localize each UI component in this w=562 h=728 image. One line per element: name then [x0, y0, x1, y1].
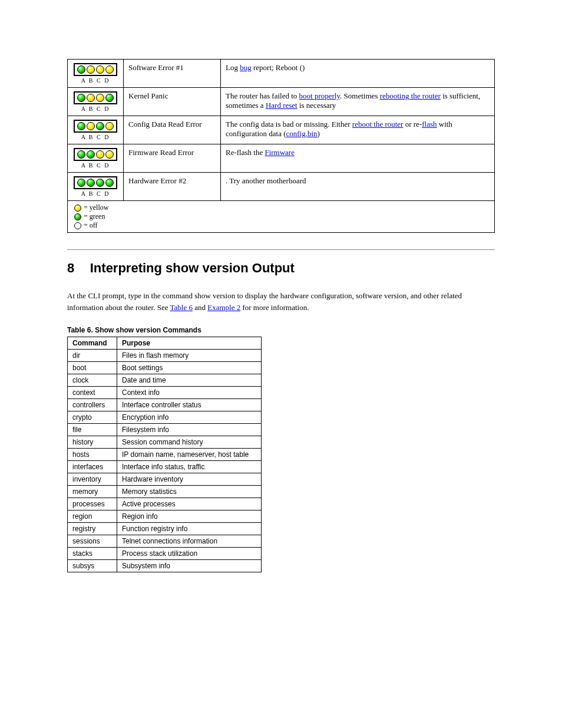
cmd-cell: inventory — [68, 473, 117, 486]
solution-link[interactable]: flash — [422, 120, 437, 129]
green-led-icon — [74, 213, 81, 220]
cmd-cell: subsys — [68, 560, 117, 572]
table-row: subsysSubsystem info — [68, 560, 262, 572]
led-labels: A B C D — [72, 134, 118, 140]
table-row: regionRegion info — [68, 510, 262, 523]
legend-item: = off — [74, 221, 488, 230]
table-row: cryptoEncryption info — [68, 411, 262, 424]
intro-paragraph: At the CLI prompt, type in the command s… — [67, 290, 495, 313]
purpose-cell: IP domain name, nameserver, host table — [117, 449, 262, 461]
yellow-led-icon — [105, 122, 114, 130]
purpose-cell: Boot settings — [117, 362, 262, 374]
show-version-commands-table: Command Purpose dirFiles in flash memory… — [67, 337, 262, 572]
meaning-cell: Config Data Read Error — [124, 116, 221, 144]
legend-item: = green — [74, 212, 488, 221]
cmd-header: Command — [68, 337, 117, 350]
led-pattern-cell: A B C D — [68, 60, 124, 88]
green-led-icon — [96, 122, 104, 130]
table-6-link[interactable]: Table 6 — [170, 303, 193, 312]
table-row: bootBoot settings — [68, 362, 262, 374]
solution-link[interactable]: config.bin — [286, 129, 318, 138]
yellow-led-icon — [96, 65, 104, 74]
solution-cell: The config data is bad or missing. Eithe… — [221, 116, 495, 144]
purpose-cell: Filesystem info — [117, 424, 262, 436]
solution-link[interactable]: Firmware — [265, 148, 295, 157]
table-row: stacksProcess stack utilization — [68, 548, 262, 560]
cmd-cell: boot — [68, 362, 117, 374]
led-pattern-cell: A B C D — [68, 116, 124, 144]
table-row: registryFunction registry info — [68, 523, 262, 535]
green-led-icon — [77, 65, 85, 74]
table-row: processesActive processes — [68, 498, 262, 510]
cmd-cell: file — [68, 424, 117, 436]
cmd-cell: dir — [68, 350, 117, 362]
led-pattern-cell: A B C D — [68, 144, 124, 173]
yellow-led-icon — [96, 94, 104, 102]
yellow-led-icon — [105, 150, 114, 159]
green-led-icon — [105, 179, 114, 187]
led-labels: A B C D — [72, 77, 118, 84]
cmd-cell: sessions — [68, 535, 117, 548]
solution-cell: The router has failed to boot properly. … — [221, 88, 495, 116]
table-row: clockDate and time — [68, 374, 262, 387]
table-row: contextContext info — [68, 387, 262, 399]
yellow-led-icon — [87, 65, 95, 74]
solution-link[interactable]: Hard reset — [266, 101, 297, 110]
table-row: inventoryHardware inventory — [68, 473, 262, 486]
purpose-cell: Date and time — [117, 374, 262, 387]
section-divider — [67, 249, 495, 250]
solution-link[interactable]: reboot the router — [352, 120, 404, 129]
yellow-led-icon — [87, 94, 95, 102]
section-title: Interpreting show version Output — [90, 261, 295, 276]
cmd-cell: memory — [68, 486, 117, 498]
solution-link[interactable]: rebooting the router — [380, 91, 441, 100]
green-led-icon — [77, 94, 85, 102]
purpose-cell: Interface info status, traffic — [117, 461, 262, 473]
intro-text: for more information. — [242, 303, 309, 312]
table-row: memoryMemory statistics — [68, 486, 262, 498]
yellow-led-icon — [87, 122, 95, 130]
led-labels: A B C D — [72, 162, 118, 169]
cmd-cell: clock — [68, 374, 117, 387]
meaning-cell: Hardware Error #2 — [124, 173, 221, 201]
green-led-icon — [87, 179, 95, 187]
led-labels: A B C D — [72, 106, 118, 112]
table-row: dirFiles in flash memory — [68, 350, 262, 362]
purpose-cell: Session command history — [117, 436, 262, 449]
cmd-cell: region — [68, 510, 117, 523]
green-led-icon — [87, 150, 95, 159]
led-pattern-cell: A B C D — [68, 88, 124, 116]
example-2-link[interactable]: Example 2 — [207, 303, 240, 312]
yellow-led-icon — [74, 205, 81, 212]
purpose-cell: Process stack utilization — [117, 548, 262, 560]
yellow-led-icon — [105, 65, 114, 74]
purpose-cell: Files in flash memory — [117, 350, 262, 362]
led-labels: A B C D — [72, 190, 118, 197]
cmd-cell: registry — [68, 523, 117, 535]
table-row: hostsIP domain name, nameserver, host ta… — [68, 449, 262, 461]
green-led-icon — [77, 179, 85, 187]
solution-link[interactable]: boot properly — [299, 91, 340, 100]
meaning-cell: Kernel Panic — [124, 88, 221, 116]
yellow-led-icon — [96, 150, 104, 159]
led-legend: = yellow = green = off — [67, 201, 495, 233]
led-pattern-cell: A B C D — [68, 173, 124, 201]
purpose-cell: Region info — [117, 510, 262, 523]
led-box — [74, 148, 117, 161]
led-diagnostic-table: A B C DSoftware Error #1Log bug report; … — [67, 59, 495, 201]
green-led-icon — [105, 94, 114, 102]
off-led-icon — [74, 222, 81, 229]
purpose-cell: Subsystem info — [117, 560, 262, 572]
purpose-cell: Active processes — [117, 498, 262, 510]
led-box — [74, 63, 117, 76]
cmd-cell: interfaces — [68, 461, 117, 473]
table-row: fileFilesystem info — [68, 424, 262, 436]
purpose-cell: Memory statistics — [117, 486, 262, 498]
purpose-cell: Hardware inventory — [117, 473, 262, 486]
led-box — [74, 176, 117, 189]
table-row: interfacesInterface info status, traffic — [68, 461, 262, 473]
section-number: 8 — [67, 261, 74, 276]
intro-text: and — [194, 303, 207, 312]
purpose-cell: Function registry info — [117, 523, 262, 535]
solution-link[interactable]: bug — [240, 63, 252, 72]
